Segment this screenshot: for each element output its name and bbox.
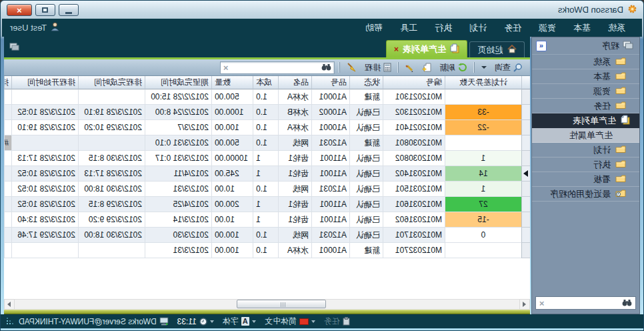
column-header-no[interactable]: 编号 <box>383 76 445 89</box>
query-button[interactable]: 查询 <box>491 61 526 75</box>
binoculars-icon[interactable] <box>321 61 331 73</box>
status-language[interactable]: 简体中文 <box>265 316 315 327</box>
row-selector[interactable] <box>521 166 530 182</box>
tab-起始页[interactable]: 起始页 <box>469 41 525 57</box>
column-header-item_name[interactable]: 品名 <box>278 76 311 89</box>
clean-button[interactable] <box>343 61 360 73</box>
row-selector[interactable] <box>521 105 530 120</box>
table-row-M012021401[interactable]: -22M012021401已确认A10001水杯A1.0100.002012/3… <box>4 120 530 135</box>
scrollbar-thumb[interactable] <box>237 300 326 308</box>
row-selector[interactable] <box>521 135 530 151</box>
menu-bar: 系统基本资源任务计划执行工具帮助 Test User <box>2 19 642 37</box>
row-selector[interactable] <box>521 151 530 166</box>
scroll-right-button[interactable] <box>4 299 15 310</box>
column-header-qty[interactable]: 数量 <box>211 76 253 89</box>
table-row-M012021302[interactable]: -33M012021302已确认A10002水杯B1.01000.002012/… <box>4 105 530 120</box>
column-header-cost[interactable]: 成本 <box>253 76 278 89</box>
maximize-button[interactable] <box>35 4 55 16</box>
menu-item-8[interactable]: 帮助 <box>357 19 391 37</box>
table-row-M012030802[interactable]: 1M012030802已确认A11001齿轮1110000.002012/3/3… <box>4 151 530 166</box>
cell-no: M012031501 <box>383 182 445 197</box>
menu-item-7[interactable]: 工具 <box>391 19 426 37</box>
sidebar-item-label: 生产单列表 <box>573 115 616 127</box>
cell-start: 2012/3/28 10:52 <box>11 182 78 197</box>
query-dropdown[interactable] <box>478 65 490 70</box>
row-selector[interactable] <box>521 120 530 135</box>
column-header-extra[interactable]: 排程资源 <box>4 76 11 89</box>
table-row-M012032701[interactable]: M012032701新建A10001水杯A1.0100.002012/3/31 <box>4 243 530 258</box>
window-stack-icon <box>623 41 633 51</box>
table-row-M012030801[interactable]: M012030801新建A12031网线1.0500.002012/3/31 0… <box>4 135 530 151</box>
column-header-due[interactable]: 期望完成时间 <box>145 76 211 89</box>
toolbar-search-input[interactable] <box>231 62 319 73</box>
sidebar-item-计划[interactable]: 计划 <box>532 143 639 157</box>
cell-status: 已确认 <box>349 197 383 212</box>
sidebar-search-input[interactable] <box>548 298 619 308</box>
cell-item_no: A11001 <box>311 151 349 166</box>
document-icon <box>621 115 630 127</box>
cell-status: 已确认 <box>349 182 383 197</box>
tab-close-icon[interactable]: × <box>394 45 399 53</box>
sidebar-item-看板[interactable]: 看板 <box>532 172 639 187</box>
table-row-M012031602[interactable]: -15M012031602已确认A11001齿轮1110.002012/3/14… <box>4 212 530 228</box>
sidebar-item-生产单列表[interactable]: 生产单列表 <box>532 113 639 128</box>
column-header-item_no[interactable]: 品号 <box>311 76 349 89</box>
scroll-left-button[interactable] <box>519 299 530 310</box>
menu-item-1[interactable]: 系统 <box>599 19 634 37</box>
edit-button[interactable] <box>402 62 417 73</box>
sidebar-item-任务[interactable]: 任务 <box>532 99 639 113</box>
column-header-end[interactable]: 排程完成时间 <box>78 76 145 89</box>
tab-windows-icon[interactable] <box>9 41 19 53</box>
cell-qty: 10.00 <box>211 212 253 228</box>
cell-extra <box>4 105 11 120</box>
column-header-start[interactable]: 排程开始时间 <box>11 76 78 89</box>
row-selector[interactable] <box>521 228 530 243</box>
minimize-button[interactable] <box>59 4 79 16</box>
schedule-button[interactable]: 排程 <box>361 61 395 75</box>
menu-item-5[interactable]: 计划 <box>461 19 495 37</box>
table-row-M012021301[interactable]: M012021301新建A10001水杯A1.0500.002012/2/28 … <box>4 89 530 105</box>
table-row-M012031402[interactable]: 14M012031402已确认A11001齿轮11245.002012/4/11… <box>4 166 530 182</box>
menu-item-3[interactable]: 资源 <box>530 19 565 37</box>
menu-item-6[interactable]: 执行 <box>426 19 461 37</box>
clear-icon[interactable]: × <box>539 299 545 308</box>
user-icon <box>51 22 59 33</box>
sidebar-item-最近使用的程序[interactable]: 最近使用的程序 <box>532 187 639 202</box>
sidebar-item-资源[interactable]: 资源 <box>532 84 639 99</box>
cell-due: 2012/2/28 15:00 <box>145 89 211 105</box>
row-selector[interactable] <box>521 182 530 197</box>
tab-生产单列表[interactable]: 生产单列表× <box>386 40 467 57</box>
row-selector[interactable] <box>521 243 530 258</box>
sidebar-item-系统[interactable]: 系统 <box>532 55 639 69</box>
row-selector[interactable] <box>521 212 530 228</box>
sidebar-item-基本[interactable]: 基本 <box>532 69 639 84</box>
column-header-diff[interactable]: 计划差异天数 <box>445 76 521 89</box>
status-time[interactable]: 11:33 <box>177 317 214 326</box>
sidebar-item-执行[interactable]: 执行 <box>532 157 639 172</box>
resize-grip[interactable] <box>6 318 13 325</box>
clear-icon[interactable]: × <box>223 63 229 72</box>
cell-no: M012031601 <box>383 197 445 212</box>
flag-icon <box>299 318 309 325</box>
close-button[interactable]: × <box>7 4 32 16</box>
cell-end: 2012/3/28 17:13 <box>78 166 145 182</box>
table-row-M012031501[interactable]: 1M012031501已确认A12031网线1.010.002012/3/312… <box>4 182 530 197</box>
sidebar-collapse-button[interactable]: « <box>536 41 547 51</box>
menu-item-2[interactable]: 基本 <box>565 19 599 37</box>
screenshot-stage: Darsson DWorks × 系统基本资源任务计划执行工具帮助 Test U… <box>0 0 644 331</box>
table-row-M012031601[interactable]: 27M012031601已确认A11001齿轮11200.002012/4/25… <box>4 197 530 212</box>
menu-item-4[interactable]: 任务 <box>495 19 530 37</box>
table-row-M012031701[interactable]: 0M012031701已确认A12031网线1.0100.002012/3/30… <box>4 228 530 243</box>
scrollbar-track[interactable] <box>15 299 519 310</box>
row-selector[interactable] <box>521 197 530 212</box>
binoculars-icon[interactable] <box>622 297 632 309</box>
row-selector[interactable] <box>521 89 530 105</box>
new-button[interactable] <box>419 61 435 73</box>
status-font[interactable]: A 字体 <box>223 316 256 327</box>
tab-label: 生产单列表 <box>403 43 446 55</box>
status-tasks[interactable]: 任务 <box>324 316 350 327</box>
sidebar-item-生产单属性[interactable]: 生产单属性 <box>532 128 639 143</box>
cell-item_no: A10001 <box>311 120 349 135</box>
refresh-button[interactable]: 刷新 <box>436 61 471 75</box>
column-header-status[interactable]: 状态 <box>349 76 383 89</box>
